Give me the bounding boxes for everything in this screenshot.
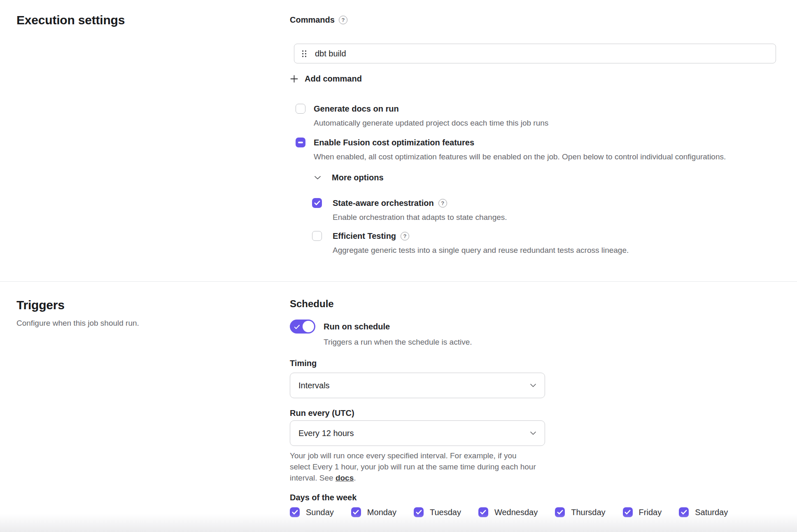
execution-settings-form: Commands ? Add command — [290, 0, 776, 256]
drag-handle-icon[interactable] — [302, 50, 307, 58]
day-item-thursday[interactable]: Thursday — [555, 507, 605, 517]
docs-link[interactable]: docs — [336, 474, 354, 482]
triggers-section: Triggers Configure when this job should … — [0, 282, 797, 517]
fusion-cost-text: Enable Fusion cost optimization features… — [314, 137, 726, 162]
more-options-toggle[interactable]: More options — [314, 173, 384, 182]
day-checkbox-thursday[interactable] — [555, 507, 565, 517]
run-every-select-value: Every 12 hours — [298, 429, 354, 438]
run-every-label: Run every (UTC) — [290, 407, 776, 419]
run-on-schedule-toggle[interactable] — [290, 320, 315, 334]
day-label-saturday: Saturday — [695, 508, 728, 517]
execution-settings-title: Execution settings — [16, 0, 290, 28]
state-aware-label: State-aware orchestration — [333, 197, 434, 209]
add-command-label: Add command — [305, 74, 362, 84]
day-label-sunday: Sunday — [306, 508, 334, 517]
run-every-select[interactable]: Every 12 hours — [290, 420, 545, 446]
fusion-cost-option: Enable Fusion cost optimization features… — [290, 137, 776, 162]
day-item-friday[interactable]: Friday — [623, 507, 662, 517]
run-on-schedule-description: Triggers a run when the schedule is acti… — [324, 337, 776, 348]
interval-help-before: Your job will run once every specified i… — [290, 451, 536, 482]
day-item-sunday[interactable]: Sunday — [290, 507, 334, 517]
plus-icon — [290, 75, 298, 83]
day-checkbox-tuesday[interactable] — [414, 507, 424, 517]
interval-help-after: . — [354, 474, 356, 482]
commands-label: Commands — [290, 15, 335, 25]
schedule-form: Schedule Run on schedule Triggers a run … — [290, 297, 776, 517]
state-aware-description: Enable orchestration that adapts to stat… — [333, 212, 507, 223]
efficient-testing-description: Aggregate generic tests into a single qu… — [333, 245, 629, 256]
day-checkbox-wednesday[interactable] — [478, 507, 488, 517]
state-aware-label-row: State-aware orchestration ? — [333, 197, 507, 209]
generate-docs-label: Generate docs on run — [314, 103, 548, 114]
state-aware-option: State-aware orchestration ? Enable orche… — [290, 197, 776, 223]
indeterminate-dash-icon — [298, 142, 303, 143]
days-of-week-label: Days of the week — [290, 492, 776, 503]
day-item-tuesday[interactable]: Tuesday — [414, 507, 461, 517]
day-item-saturday[interactable]: Saturday — [679, 507, 728, 517]
day-checkbox-monday[interactable] — [351, 507, 361, 517]
execution-settings-left-column: Execution settings — [16, 0, 290, 256]
timing-select[interactable]: Intervals — [290, 373, 545, 398]
fusion-cost-description: When enabled, all cost optimization feat… — [314, 152, 726, 162]
toggle-knob — [303, 321, 314, 332]
day-label-monday: Monday — [367, 508, 396, 517]
day-label-wednesday: Wednesday — [494, 508, 538, 517]
fusion-cost-checkbox[interactable] — [296, 138, 305, 147]
state-aware-checkbox[interactable] — [312, 198, 322, 208]
efficient-testing-label: Efficient Testing — [333, 230, 396, 242]
commands-help-icon[interactable]: ? — [339, 16, 347, 24]
efficient-testing-label-row: Efficient Testing ? — [333, 230, 629, 242]
chevron-down-icon — [530, 431, 536, 435]
execution-settings-section: Execution settings Commands ? Add — [0, 0, 797, 282]
command-row — [294, 44, 776, 63]
efficient-testing-checkbox[interactable] — [312, 231, 322, 241]
generate-docs-option: Generate docs on run Automatically gener… — [290, 103, 776, 128]
generate-docs-checkbox[interactable] — [296, 104, 305, 114]
day-label-thursday: Thursday — [571, 508, 605, 517]
add-command-button[interactable]: Add command — [290, 74, 362, 84]
triggers-title: Triggers — [16, 297, 290, 313]
generate-docs-description: Automatically generate updated project d… — [314, 118, 548, 128]
efficient-testing-text: Efficient Testing ? Aggregate generic te… — [333, 230, 629, 256]
timing-label: Timing — [290, 357, 776, 369]
check-icon — [314, 201, 320, 205]
interval-help-text: Your job will run once every specified i… — [290, 450, 537, 483]
timing-select-value: Intervals — [298, 381, 330, 390]
triggers-description: Configure when this job should run. — [16, 318, 290, 329]
fusion-cost-label: Enable Fusion cost optimization features — [314, 137, 726, 148]
efficient-testing-help-icon[interactable]: ? — [401, 232, 409, 240]
day-checkbox-friday[interactable] — [623, 507, 633, 517]
run-on-schedule-label: Run on schedule — [324, 322, 390, 331]
chevron-down-icon — [530, 383, 536, 387]
schedule-heading: Schedule — [290, 297, 776, 310]
more-options-label: More options — [332, 173, 384, 182]
generate-docs-text: Generate docs on run Automatically gener… — [314, 103, 548, 128]
triggers-left-column: Triggers Configure when this job should … — [16, 297, 290, 517]
day-item-monday[interactable]: Monday — [351, 507, 396, 517]
state-aware-text: State-aware orchestration ? Enable orche… — [333, 197, 507, 223]
day-label-tuesday: Tuesday — [430, 508, 461, 517]
toggle-check-icon — [294, 324, 300, 331]
day-checkbox-sunday[interactable] — [290, 507, 300, 517]
day-checkbox-saturday[interactable] — [679, 507, 689, 517]
day-item-wednesday[interactable]: Wednesday — [478, 507, 538, 517]
efficient-testing-option: Efficient Testing ? Aggregate generic te… — [290, 230, 776, 256]
run-on-schedule-row: Run on schedule — [290, 320, 776, 334]
commands-label-row: Commands ? — [290, 14, 776, 26]
days-of-week-row: Sunday Monday Tuesday Wednesday — [290, 507, 776, 517]
command-input[interactable] — [315, 49, 768, 58]
state-aware-help-icon[interactable]: ? — [438, 199, 447, 208]
day-label-friday: Friday — [639, 508, 662, 517]
chevron-down-icon — [314, 175, 321, 180]
